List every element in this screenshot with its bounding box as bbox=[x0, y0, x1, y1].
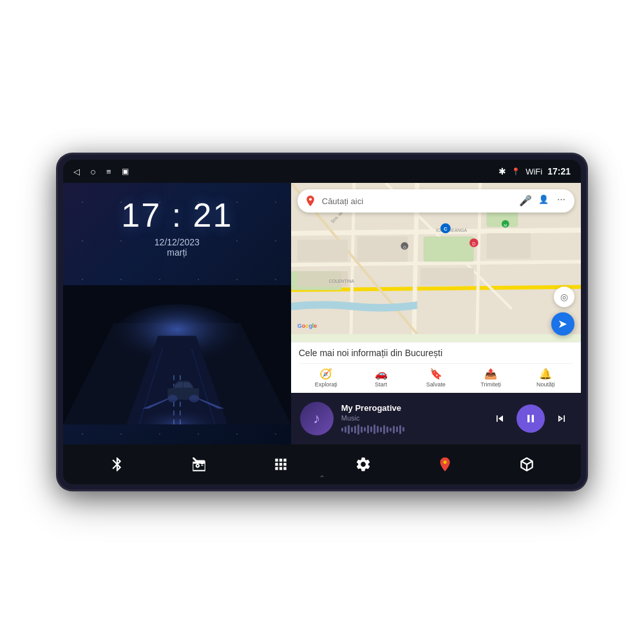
share-label: Trimiteți bbox=[480, 381, 501, 388]
start-label: Start bbox=[375, 381, 387, 388]
navigate-icon: ➤ bbox=[558, 317, 567, 331]
map-nav-share[interactable]: 📤 Trimiteți bbox=[478, 368, 504, 388]
voice-search-icon[interactable]: 🎤 bbox=[519, 194, 532, 207]
waveform-bar-20 bbox=[402, 427, 404, 431]
map-area[interactable]: ION CREANGA COLENTINA Șos. Iancului C D … bbox=[291, 183, 581, 342]
start-icon: 🚗 bbox=[375, 368, 388, 380]
waveform-bar-10 bbox=[370, 426, 372, 432]
settings-icon bbox=[355, 456, 372, 473]
status-bar: ◁ ○ ≡ ▣ ✱ 📍 WiFi 17:21 bbox=[63, 160, 581, 183]
waveform-bar-8 bbox=[364, 427, 366, 431]
nav-bluetooth[interactable] bbox=[103, 450, 131, 478]
nav-3d-box[interactable] bbox=[513, 450, 541, 478]
news-icon: 🔔 bbox=[539, 368, 552, 380]
waveform-bar-2 bbox=[345, 426, 346, 433]
explore-label: Explorați bbox=[315, 381, 337, 388]
next-track-button[interactable] bbox=[551, 408, 572, 429]
explore-icon: 🧭 bbox=[319, 368, 332, 380]
waveform-bar-7 bbox=[361, 426, 363, 433]
left-panel: 17 : 21 12/12/2023 marți bbox=[63, 183, 291, 444]
map-nav-saved[interactable]: 🔖 Salvate bbox=[423, 368, 449, 388]
share-icon: 📤 bbox=[484, 368, 497, 380]
map-search-placeholder: Căutați aici bbox=[322, 196, 519, 206]
status-bar-right: ✱ 📍 WiFi 17:21 bbox=[498, 166, 571, 176]
maps-logo-icon bbox=[304, 194, 317, 207]
nav-google-maps[interactable] bbox=[431, 450, 459, 478]
waveform-bar-19 bbox=[399, 425, 401, 434]
swipe-up-indicator: ⌃ bbox=[319, 474, 325, 483]
wifi-status-icon: WiFi bbox=[526, 167, 542, 176]
svg-text:M: M bbox=[504, 223, 507, 227]
waveform-bar-14 bbox=[383, 425, 385, 434]
back-icon[interactable]: ◁ bbox=[73, 167, 80, 176]
svg-text:Google: Google bbox=[298, 323, 317, 329]
recent-apps-icon[interactable]: ▣ bbox=[122, 167, 129, 176]
svg-rect-25 bbox=[357, 236, 408, 261]
svg-text:O: O bbox=[403, 245, 406, 249]
waveform-bar-15 bbox=[386, 426, 388, 433]
map-navigate-button[interactable]: ➤ bbox=[551, 312, 574, 336]
news-label: Noutăți bbox=[536, 381, 555, 388]
svg-rect-26 bbox=[420, 268, 473, 285]
map-navigation-bar: 🧭 Explorați 🚗 Start 🔖 Salvate 📤 bbox=[299, 363, 573, 388]
nav-apps[interactable] bbox=[267, 450, 295, 478]
google-maps-icon bbox=[437, 456, 453, 473]
right-panel: ION CREANGA COLENTINA Șos. Iancului C D … bbox=[291, 183, 581, 444]
account-icon[interactable]: 👤 bbox=[537, 194, 550, 207]
map-nav-start[interactable]: 🚗 Start bbox=[368, 368, 394, 388]
map-recenter-button[interactable]: ◎ bbox=[554, 287, 574, 307]
svg-text:C: C bbox=[444, 226, 448, 232]
waveform-bar-5 bbox=[354, 426, 356, 433]
nav-settings[interactable] bbox=[349, 450, 377, 478]
more-options-icon[interactable]: ⋯ bbox=[555, 194, 568, 207]
waveform-bar-18 bbox=[396, 426, 398, 432]
location-status-icon: 📍 bbox=[511, 167, 520, 176]
radio-icon bbox=[191, 456, 207, 473]
map-nav-explore[interactable]: 🧭 Explorați bbox=[313, 368, 339, 388]
nav-radio[interactable] bbox=[185, 450, 213, 478]
svg-rect-24 bbox=[298, 240, 348, 261]
day-display: marți bbox=[167, 247, 187, 258]
waveform-bar-13 bbox=[380, 427, 382, 432]
clock-display: 17 : 21 bbox=[121, 196, 232, 234]
recenter-icon: ◎ bbox=[560, 292, 568, 302]
car-tunnel-image bbox=[63, 265, 291, 444]
main-area: 17 : 21 12/12/2023 marți bbox=[63, 183, 581, 444]
svg-point-41 bbox=[443, 460, 446, 464]
device: ◁ ○ ≡ ▣ ✱ 📍 WiFi 17:21 17 : 21 12/12/20 bbox=[58, 155, 586, 489]
map-search-bar[interactable]: Căutați aici 🎤 👤 ⋯ bbox=[298, 189, 574, 213]
svg-rect-21 bbox=[423, 236, 473, 261]
music-subtitle: Music bbox=[341, 414, 482, 422]
waveform-bar-16 bbox=[390, 428, 392, 431]
music-info: My Prerogative Music bbox=[341, 403, 482, 435]
bluetooth-icon bbox=[109, 456, 126, 473]
svg-rect-11 bbox=[126, 386, 227, 424]
music-player: ♪ My Prerogative Music bbox=[291, 393, 581, 444]
music-title: My Prerogative bbox=[341, 403, 482, 413]
bluetooth-status-icon: ✱ bbox=[498, 166, 506, 176]
previous-track-button[interactable] bbox=[489, 408, 510, 429]
saved-icon: 🔖 bbox=[430, 368, 442, 380]
waveform-bar-3 bbox=[348, 425, 350, 434]
svg-rect-27 bbox=[486, 233, 531, 258]
music-controls bbox=[489, 404, 572, 433]
music-album-art: ♪ bbox=[300, 402, 334, 435]
map-info-title: Cele mai noi informații din București bbox=[299, 348, 573, 358]
music-waveform bbox=[341, 424, 482, 435]
map-info-panel: Cele mai noi informații din București 🧭 … bbox=[291, 342, 581, 393]
svg-text:D: D bbox=[472, 242, 475, 246]
map-nav-news[interactable]: 🔔 Noutăți bbox=[533, 368, 558, 388]
device-screen: ◁ ○ ≡ ▣ ✱ 📍 WiFi 17:21 17 : 21 12/12/20 bbox=[63, 160, 581, 484]
waveform-bar-11 bbox=[374, 424, 375, 434]
status-bar-left: ◁ ○ ≡ ▣ bbox=[73, 166, 129, 177]
waveform-bar-1 bbox=[341, 428, 343, 431]
menu-icon[interactable]: ≡ bbox=[106, 167, 111, 176]
home-icon[interactable]: ○ bbox=[90, 166, 96, 177]
play-pause-button[interactable] bbox=[516, 404, 545, 433]
svg-text:COLENTINA: COLENTINA bbox=[328, 279, 354, 283]
map-search-right-icons: 🎤 👤 ⋯ bbox=[519, 194, 568, 207]
music-note-icon: ♪ bbox=[313, 410, 320, 427]
waveform-bar-4 bbox=[351, 427, 353, 432]
apps-icon bbox=[272, 456, 289, 473]
date-display: 12/12/2023 bbox=[155, 237, 200, 247]
